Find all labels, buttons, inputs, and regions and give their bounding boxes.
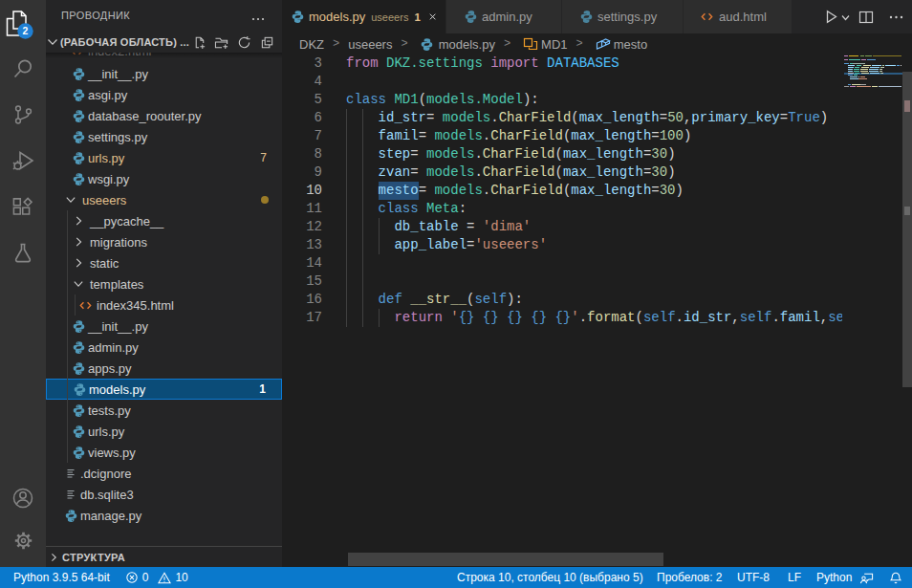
svg-text:2: 2 bbox=[23, 25, 29, 36]
